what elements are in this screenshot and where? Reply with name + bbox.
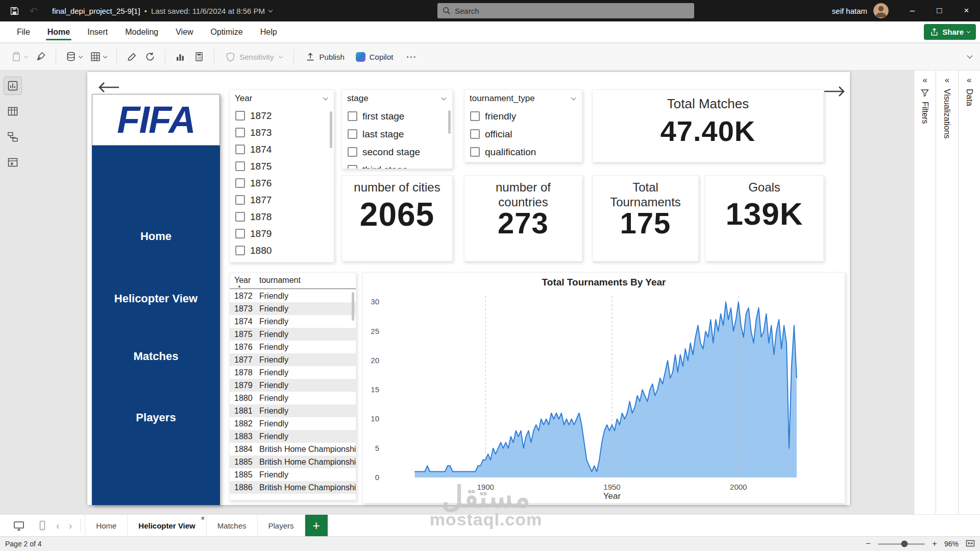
- slicer-option[interactable]: second stage: [342, 143, 452, 161]
- title-dropdown-chevron-icon[interactable]: [268, 8, 273, 12]
- card-total-matches[interactable]: Total Matches 47.40K: [592, 89, 824, 162]
- slicer-option[interactable]: friendly: [464, 107, 582, 125]
- maximize-button[interactable]: □: [926, 0, 953, 21]
- fit-to-page-button[interactable]: [966, 539, 975, 549]
- table-row[interactable]: 1874 Friendly: [230, 315, 356, 328]
- more-options-button[interactable]: ⋯: [400, 51, 422, 63]
- add-page-button[interactable]: +: [305, 515, 328, 537]
- slicer-option[interactable]: third stage: [342, 161, 452, 169]
- nav-button[interactable]: Helicopter View: [92, 292, 220, 305]
- new-visual-button[interactable]: [172, 49, 189, 65]
- checkbox-icon[interactable]: [235, 111, 245, 121]
- get-data-button[interactable]: [63, 49, 85, 65]
- slicer-option[interactable]: last stage: [342, 125, 452, 143]
- expand-data-chevron-icon[interactable]: «: [967, 76, 971, 84]
- table-header[interactable]: Year ▲ tournament: [230, 273, 356, 289]
- slicer-option[interactable]: qualification: [464, 143, 582, 161]
- slicer-option[interactable]: 1877: [230, 191, 334, 208]
- dax-query-view-button[interactable]: [4, 153, 22, 172]
- calculator-button[interactable]: [191, 49, 207, 65]
- table-row[interactable]: 1883 Friendly: [230, 430, 356, 443]
- edit-button[interactable]: [124, 49, 140, 65]
- slicer-option[interactable]: first stage: [342, 107, 452, 125]
- nav-button[interactable]: Matches: [92, 350, 220, 363]
- share-button[interactable]: Share: [924, 24, 976, 40]
- page-nav-left-arrow[interactable]: [97, 81, 120, 95]
- tournaments-area-chart[interactable]: Total Tournaments By Year 19001950200005…: [362, 272, 845, 504]
- table-row[interactable]: 1885 Friendly: [230, 468, 356, 481]
- data-pane-collapsed[interactable]: « Data: [958, 70, 980, 514]
- checkbox-icon[interactable]: [235, 229, 245, 238]
- sensitivity-button[interactable]: Sensitivity: [221, 49, 287, 65]
- page-tab[interactable]: Matches ×: [207, 515, 258, 536]
- checkbox-icon[interactable]: [235, 195, 245, 205]
- report-view-button[interactable]: [4, 77, 22, 95]
- slicer-option[interactable]: 1878: [230, 208, 334, 225]
- slicer-option[interactable]: 1873: [230, 124, 334, 141]
- card-number-of-cities[interactable]: number of cities 2065: [341, 175, 453, 261]
- checkbox-icon[interactable]: [235, 128, 245, 137]
- table-row[interactable]: 1879 Friendly: [230, 379, 356, 392]
- scrollbar[interactable]: [352, 292, 354, 321]
- user-avatar[interactable]: [873, 3, 889, 18]
- publish-button[interactable]: Publish: [301, 49, 349, 65]
- desktop-view-button[interactable]: [13, 520, 24, 531]
- table-row[interactable]: 1886 British Home Championship: [230, 481, 356, 494]
- zoom-slider[interactable]: [878, 543, 925, 545]
- table-row[interactable]: 1873 Friendly: [230, 302, 356, 315]
- checkbox-icon[interactable]: [348, 165, 357, 169]
- slicer-option[interactable]: 1872: [230, 107, 334, 124]
- table-row[interactable]: 1872 Friendly: [230, 290, 356, 302]
- slicer-dropdown-chevron-icon[interactable]: [323, 95, 328, 101]
- minimize-button[interactable]: –: [899, 0, 926, 21]
- search-box[interactable]: [437, 3, 694, 18]
- next-page-chevron-icon[interactable]: ›: [69, 520, 72, 532]
- prev-page-chevron-icon[interactable]: ‹: [56, 520, 60, 532]
- slicer-option[interactable]: 1874: [230, 141, 334, 158]
- slicer-option[interactable]: 1880: [230, 242, 334, 259]
- area-chart-plot[interactable]: 190019502000051015202530Year: [363, 291, 846, 503]
- menu-item[interactable]: Home: [39, 21, 79, 42]
- filters-pane-collapsed[interactable]: « Filters: [914, 70, 936, 514]
- close-page-icon[interactable]: ×: [201, 515, 205, 522]
- checkbox-icon[interactable]: [470, 147, 480, 157]
- checkbox-icon[interactable]: [235, 161, 245, 171]
- format-painter-button[interactable]: [33, 49, 49, 65]
- slicer-dropdown-chevron-icon[interactable]: [442, 95, 447, 101]
- paste-button[interactable]: [8, 49, 31, 65]
- table-row[interactable]: 1877 Friendly: [230, 353, 356, 366]
- undo-icon[interactable]: ↶: [27, 4, 41, 18]
- expand-filters-chevron-icon[interactable]: «: [922, 76, 927, 84]
- card-total-tournaments[interactable]: Total Tournaments 175: [592, 175, 699, 261]
- table-row[interactable]: 1882 Friendly: [230, 417, 356, 430]
- menu-item[interactable]: Modeling: [116, 21, 167, 42]
- checkbox-icon[interactable]: [348, 111, 357, 121]
- table-view-button[interactable]: [4, 102, 22, 121]
- expand-visualizations-chevron-icon[interactable]: «: [945, 76, 949, 84]
- visualizations-pane-collapsed[interactable]: « Visualizations: [936, 70, 958, 514]
- table-row[interactable]: 1881 Friendly: [230, 404, 356, 417]
- collapse-ribbon-chevron-icon[interactable]: [967, 53, 972, 58]
- menu-item[interactable]: File: [8, 21, 39, 42]
- table-row[interactable]: 1876 Friendly: [230, 341, 356, 353]
- menu-item[interactable]: Help: [252, 21, 286, 42]
- menu-item[interactable]: Insert: [79, 21, 116, 42]
- user-name[interactable]: seif hatam: [832, 7, 867, 15]
- table-row[interactable]: 1884 British Home Championship: [230, 443, 356, 456]
- column-header-tournament[interactable]: tournament: [259, 276, 301, 285]
- slicer-option[interactable]: 1875: [230, 158, 334, 175]
- card-number-of-countries[interactable]: number of countries 273: [464, 175, 582, 261]
- nav-button[interactable]: Players: [92, 411, 220, 424]
- zoom-slider-handle[interactable]: [901, 541, 908, 547]
- close-button[interactable]: ×: [953, 0, 980, 21]
- nav-button[interactable]: Home: [92, 230, 220, 243]
- table-row[interactable]: 1885 British Home Championship: [230, 456, 356, 468]
- zoom-out-button[interactable]: −: [866, 539, 871, 549]
- model-view-button[interactable]: [4, 128, 22, 146]
- scrollbar[interactable]: [448, 110, 451, 134]
- mobile-view-button[interactable]: [38, 520, 47, 531]
- checkbox-icon[interactable]: [235, 178, 245, 188]
- slicer-option[interactable]: 1876: [230, 175, 334, 191]
- checkbox-icon[interactable]: [470, 111, 480, 121]
- page-nav-right-arrow[interactable]: [823, 85, 846, 100]
